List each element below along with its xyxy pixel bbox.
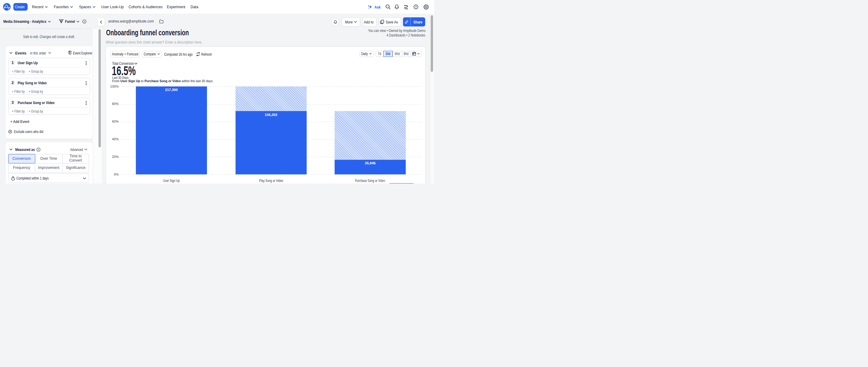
svg-text:?: ? [415, 5, 417, 8]
